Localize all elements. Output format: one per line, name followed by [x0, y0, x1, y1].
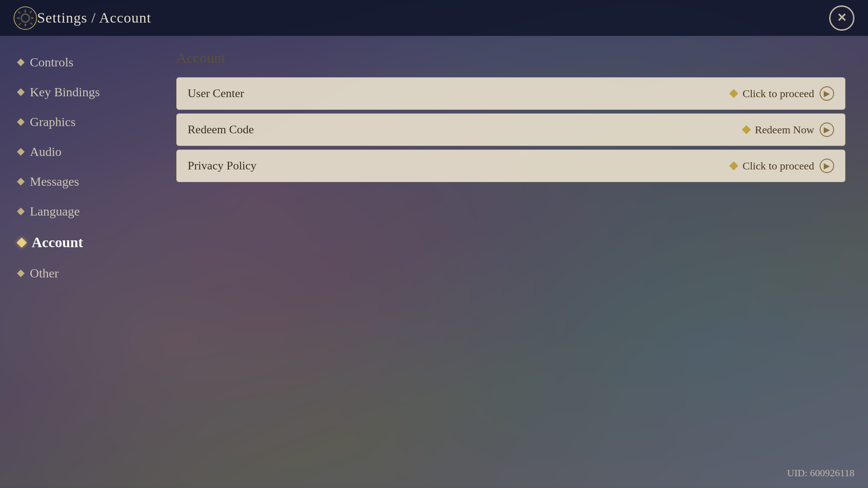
nav-dot-key-bindings: [17, 89, 25, 96]
close-button[interactable]: ✕: [829, 5, 854, 31]
header: Settings / Account ✕: [0, 0, 868, 36]
row-action-label-redeem-code: Redeem Now: [755, 124, 814, 136]
nav-dot-graphics: [17, 118, 25, 126]
sidebar-label-controls: Controls: [30, 55, 73, 70]
sidebar-item-other[interactable]: Other: [9, 261, 145, 286]
row-arrow-privacy-policy: ▶: [820, 159, 834, 173]
row-label-privacy-policy: Privacy Policy: [188, 159, 256, 173]
sidebar-label-account: Account: [32, 234, 83, 251]
sidebar-item-language[interactable]: Language: [9, 199, 145, 224]
row-label-redeem-code: Redeem Code: [188, 123, 254, 136]
nav-dot-messages: [17, 178, 25, 186]
nav-dot-language: [17, 208, 25, 216]
panel-title: Account: [176, 50, 845, 66]
header-title: Settings / Account: [37, 9, 151, 26]
row-arrow-user-center: ▶: [820, 86, 834, 101]
row-action-redeem-code: Redeem Now▶: [743, 122, 834, 137]
sidebar-label-language: Language: [30, 204, 80, 219]
row-arrow-redeem-code: ▶: [820, 122, 834, 137]
row-diamond-user-center: [729, 89, 738, 98]
sidebar-item-account[interactable]: Account: [9, 229, 145, 256]
uid-display: UID: 600926118: [787, 467, 854, 479]
sidebar-item-controls[interactable]: Controls: [9, 50, 145, 75]
settings-row-user-center[interactable]: User CenterClick to proceed▶: [176, 77, 845, 110]
row-action-label-privacy-policy: Click to proceed: [742, 160, 814, 172]
row-action-label-user-center: Click to proceed: [742, 88, 814, 100]
settings-row-redeem-code[interactable]: Redeem CodeRedeem Now▶: [176, 113, 845, 146]
settings-icon: [14, 6, 37, 30]
nav-dot-controls: [17, 59, 25, 66]
sidebar-item-audio[interactable]: Audio: [9, 139, 145, 164]
nav-dot-other: [17, 270, 25, 277]
row-action-user-center: Click to proceed▶: [731, 86, 834, 101]
row-label-user-center: User Center: [188, 87, 244, 100]
sidebar-label-other: Other: [30, 266, 59, 281]
sidebar-label-audio: Audio: [30, 145, 61, 159]
sidebar-label-graphics: Graphics: [30, 115, 75, 129]
svg-point-1: [14, 7, 37, 29]
nav-dot-account: [17, 237, 27, 248]
sidebar-label-messages: Messages: [30, 174, 79, 189]
content-area: ControlsKey BindingsGraphicsAudioMessage…: [0, 36, 868, 488]
nav-dot-audio: [17, 148, 25, 156]
sidebar: ControlsKey BindingsGraphicsAudioMessage…: [0, 36, 154, 488]
main-panel: Account User CenterClick to proceed▶Rede…: [154, 36, 868, 488]
sidebar-item-key-bindings[interactable]: Key Bindings: [9, 80, 145, 105]
row-diamond-privacy-policy: [729, 161, 738, 170]
row-action-privacy-policy: Click to proceed▶: [731, 159, 834, 173]
row-diamond-redeem-code: [742, 125, 751, 134]
sidebar-item-graphics[interactable]: Graphics: [9, 109, 145, 135]
settings-row-privacy-policy[interactable]: Privacy PolicyClick to proceed▶: [176, 150, 845, 182]
sidebar-label-key-bindings: Key Bindings: [30, 85, 100, 99]
sidebar-item-messages[interactable]: Messages: [9, 169, 145, 194]
